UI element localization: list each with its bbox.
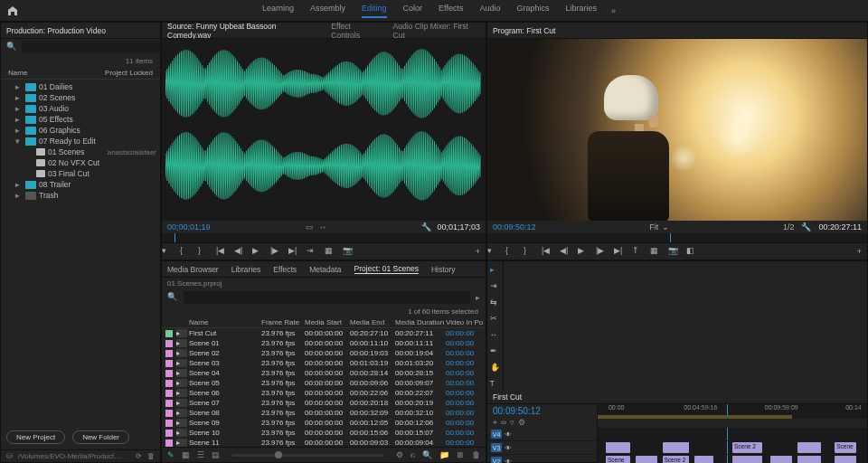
sequence-tab[interactable]: First Cut xyxy=(493,392,522,402)
video-track-head[interactable]: V3👁 xyxy=(487,441,597,455)
workspace-tab-learning[interactable]: Learning xyxy=(262,4,294,18)
col-end[interactable]: Media End xyxy=(350,318,395,326)
source-timecode-left[interactable]: 00;00;01;19 xyxy=(167,222,211,232)
timeline-timecode[interactable]: 00:09:50:12 xyxy=(493,406,591,416)
tree-item[interactable]: ▸08 Trailer xyxy=(5,179,156,190)
tree-item[interactable]: ▸Trash xyxy=(5,190,156,201)
video-lane[interactable] xyxy=(598,428,867,441)
workspace-tab-effects[interactable]: Effects xyxy=(439,4,463,18)
home-icon[interactable] xyxy=(7,5,18,16)
project-row[interactable]: ▸Scene 1023.976 fps00:00:00:0000:00:15:0… xyxy=(162,428,486,438)
video-clip[interactable] xyxy=(797,456,822,463)
project-row[interactable]: ▸Scene 0623.976 fps00:00:00:0000:00:22:0… xyxy=(162,388,486,398)
search-icon[interactable]: 🔍 xyxy=(167,292,178,303)
selection-tool-icon[interactable]: ▸ xyxy=(490,265,501,276)
trash-icon[interactable]: 🗑 xyxy=(472,450,480,459)
sync-icon[interactable]: ⟳ xyxy=(136,452,142,460)
source-zoom-handle-icon[interactable]: ↔ xyxy=(319,222,327,232)
tree-item[interactable]: ▸02 Scenes xyxy=(5,92,156,103)
workspace-overflow-icon[interactable]: » xyxy=(611,6,616,15)
step-back-icon[interactable]: ◀| xyxy=(560,246,571,257)
linked-selection-icon[interactable]: ∞ xyxy=(501,418,506,428)
tree-item[interactable]: 03 Final Cut xyxy=(5,168,156,179)
in-point-icon[interactable]: { xyxy=(505,246,516,257)
list-view-icon[interactable]: ☰ xyxy=(197,450,204,459)
project-tab[interactable]: Effects xyxy=(273,265,297,274)
video-track-head[interactable]: V2👁 xyxy=(487,455,597,463)
pencil-icon[interactable]: ✎ xyxy=(167,450,175,459)
pen-tool-icon[interactable]: ✒ xyxy=(490,346,501,357)
slip-tool-icon[interactable]: ↔ xyxy=(490,330,501,341)
video-track-head[interactable]: V4👁 xyxy=(487,428,597,441)
wrench-icon[interactable]: 🔧 xyxy=(801,222,811,232)
out-point-icon[interactable]: } xyxy=(198,246,209,257)
tree-item[interactable]: ▸03 Audio xyxy=(5,103,156,114)
workspace-tab-assembly[interactable]: Assembly xyxy=(310,4,345,18)
col-in[interactable]: Video In Po xyxy=(446,318,486,326)
program-ruler[interactable] xyxy=(487,233,867,242)
source-ruler[interactable] xyxy=(162,233,486,242)
settings-icon[interactable]: ⚙ xyxy=(518,418,525,428)
go-to-in-icon[interactable]: |◀ xyxy=(542,246,552,257)
production-search-input[interactable] xyxy=(22,41,175,53)
wrench-icon[interactable]: 🔧 xyxy=(421,222,431,232)
project-row[interactable]: ▸Scene 0823.976 fps00:00:00:0000:00:32:0… xyxy=(162,408,486,418)
project-row[interactable]: ▸Scene 0423.976 fps00:00:00:0000:00:28:1… xyxy=(162,368,486,378)
source-timecode-right[interactable]: 00;01;17;03 xyxy=(437,222,480,232)
source-tab[interactable]: Source: Funny Upbeat Bassoon Comedy.wav xyxy=(167,22,318,40)
tree-item[interactable]: ▾07 Ready to Edit xyxy=(5,136,156,146)
project-row[interactable]: ▸Scene 0123.976 fps00:00:00:0000:00:11:1… xyxy=(162,338,486,348)
marker-icon[interactable]: ▾ xyxy=(162,246,173,257)
insert-icon[interactable]: ⇥ xyxy=(307,246,317,257)
go-to-in-icon[interactable]: |◀ xyxy=(216,246,227,257)
project-row[interactable]: ▸Scene 1123.976 fps00:00:00:0000:00:09:0… xyxy=(162,438,486,447)
play-icon[interactable]: ▶ xyxy=(578,246,589,257)
track-select-tool-icon[interactable]: ⇥ xyxy=(490,281,501,292)
audio-clip-mixer-tab[interactable]: Audio Clip Mixer: First Cut xyxy=(393,22,480,40)
project-row[interactable]: ▸Scene 0223.976 fps00:00:00:0000:00:19:0… xyxy=(162,348,486,358)
tree-item[interactable]: ▸06 Graphics xyxy=(5,125,156,136)
col-name[interactable]: Name xyxy=(189,318,261,326)
workspace-tab-libraries[interactable]: Libraries xyxy=(566,4,598,18)
project-row[interactable]: ▸Scene 0323.976 fps00:00:00:0000:01:03:1… xyxy=(162,358,486,368)
trash-icon[interactable]: 🗑 xyxy=(147,452,155,460)
workspace-tab-color[interactable]: Color xyxy=(403,4,423,18)
project-search-input[interactable] xyxy=(184,291,470,304)
video-clip[interactable] xyxy=(606,442,630,453)
project-tab[interactable]: Project: 01 Scenes xyxy=(354,264,419,274)
freeform-view-icon[interactable]: ▦ xyxy=(182,450,190,459)
step-back-icon[interactable]: ◀| xyxy=(234,246,245,257)
extract-icon[interactable]: ▦ xyxy=(650,246,661,257)
source-waveform[interactable] xyxy=(162,39,486,221)
video-clip[interactable] xyxy=(694,456,713,463)
project-row[interactable]: ▸Scene 0923.976 fps00:00:00:0000:00:12:0… xyxy=(162,418,486,428)
video-clip[interactable]: Scene xyxy=(835,442,856,453)
in-point-icon[interactable]: { xyxy=(180,246,191,257)
lift-icon[interactable]: ⤒ xyxy=(632,246,643,257)
search-icon[interactable]: 🔍 xyxy=(6,42,16,52)
program-timecode-right[interactable]: 00:20:27:11 xyxy=(818,222,862,232)
source-zoom-out-icon[interactable]: ▭ xyxy=(306,222,314,232)
new-item-icon[interactable]: 🗎 xyxy=(457,450,465,459)
export-frame-icon[interactable]: 📷 xyxy=(343,246,354,257)
new-folder-button[interactable]: New Folder xyxy=(72,430,129,444)
icon-view-icon[interactable]: ▤ xyxy=(212,450,220,459)
chevron-down-icon[interactable]: ⌄ xyxy=(662,222,669,232)
tree-item[interactable]: ▸05 Effects xyxy=(5,114,156,125)
automate-icon[interactable]: ⎌ xyxy=(410,450,415,459)
project-tab[interactable]: History xyxy=(431,265,455,274)
sort-icon[interactable]: ⚙ xyxy=(396,450,403,459)
program-tab[interactable]: Program: First Cut xyxy=(493,26,555,35)
type-tool-icon[interactable]: T xyxy=(490,379,501,390)
button-editor-icon[interactable]: + xyxy=(857,247,862,256)
button-editor-icon[interactable]: + xyxy=(476,247,480,256)
step-forward-icon[interactable]: |▶ xyxy=(596,246,607,257)
workspace-tab-audio[interactable]: Audio xyxy=(479,4,500,18)
program-timecode-left[interactable]: 00:09:50:12 xyxy=(493,222,536,232)
workspace-tab-graphics[interactable]: Graphics xyxy=(516,4,549,18)
find-icon[interactable]: 🔍 xyxy=(422,450,432,459)
video-lane[interactable]: Scene 1Scene 2 xyxy=(598,455,867,463)
video-clip[interactable]: Scene 1 xyxy=(606,456,630,463)
col-name[interactable]: Name xyxy=(8,69,27,77)
razor-tool-icon[interactable]: ✂ xyxy=(490,314,501,325)
